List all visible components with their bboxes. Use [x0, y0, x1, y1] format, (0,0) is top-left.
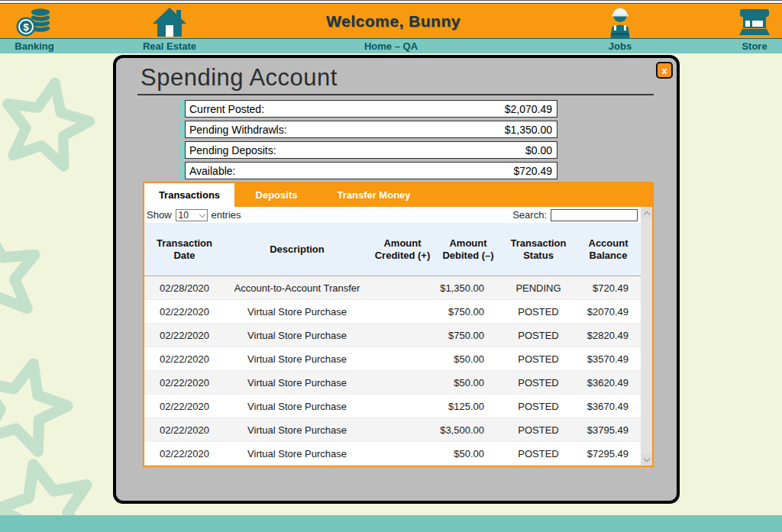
- cell-account-balance: $3670.49: [576, 395, 641, 418]
- cell-amount-credited: [370, 300, 435, 323]
- header-description: Description: [225, 223, 370, 276]
- table-header: Transaction Date Description Amount Cred…: [144, 223, 641, 276]
- nav-item-real-estate[interactable]: Real Estate: [143, 39, 196, 53]
- entries-select[interactable]: 10: [176, 209, 208, 221]
- transactions-panel: Transactions Deposits Transfer Money Sho…: [143, 182, 654, 467]
- show-label: Show: [147, 209, 172, 221]
- cell-amount-debited: $750.00: [435, 300, 501, 323]
- cell-transaction-date: 02/22/2020: [144, 395, 225, 418]
- top-nav-bar: $ Welcome, Bunny: [0, 3, 782, 39]
- summary-label: Pending Withdrawls:: [189, 124, 287, 136]
- summary-row-current-posted: Current Posted: $2,070.49: [179, 100, 557, 118]
- cell-amount-credited: [370, 324, 435, 347]
- cell-amount-credited: [370, 371, 435, 394]
- nav-item-jobs[interactable]: Jobs: [609, 39, 632, 53]
- storefront-icon: [737, 8, 772, 37]
- cell-account-balance: $3795.49: [576, 418, 641, 441]
- summary-accent: [179, 141, 185, 159]
- nav-item-store[interactable]: Store: [742, 39, 767, 53]
- cell-amount-debited: $50.00: [435, 371, 501, 394]
- table-row: 02/22/2020 Virtual Store Purchase $125.0…: [144, 395, 641, 418]
- summary-label: Pending Deposits:: [189, 144, 276, 156]
- nav-label-strip: Banking Real Estate Home – QA Jobs Store: [0, 39, 782, 53]
- table-row: 02/28/2020 Account-to-Account Transfer $…: [144, 276, 641, 300]
- cell-account-balance: $2070.49: [576, 300, 641, 323]
- cell-description: Virtual Store Purchase: [225, 300, 370, 323]
- chevron-down-icon: [199, 211, 205, 217]
- chevron-down-icon: [643, 455, 649, 461]
- chevron-up-icon: [643, 211, 649, 217]
- cell-transaction-status: POSTED: [501, 418, 576, 441]
- title-divider: [137, 94, 654, 95]
- cell-amount-credited: [370, 276, 435, 299]
- cell-transaction-date: 02/22/2020: [144, 418, 225, 441]
- cell-amount-debited: $750.00: [435, 324, 501, 347]
- spending-account-modal: Spending Account x Current Posted: $2,07…: [113, 55, 680, 504]
- cell-description: Virtual Store Purchase: [225, 371, 370, 394]
- summary-value: $2,070.49: [505, 103, 552, 115]
- cell-account-balance: $3620.49: [576, 371, 641, 394]
- summary-row-pending-withdrawls: Pending Withdrawls: $1,350.00: [179, 121, 557, 138]
- cell-amount-credited: [370, 395, 435, 418]
- cell-transaction-status: POSTED: [501, 300, 576, 323]
- jobs-nav-button[interactable]: [605, 6, 635, 43]
- banking-nav-button[interactable]: $: [15, 7, 55, 40]
- table-row: 02/22/2020 Virtual Store Purchase $50.00…: [144, 347, 641, 371]
- account-summary: Current Posted: $2,070.49 Pending Withdr…: [179, 100, 557, 182]
- cell-transaction-status: POSTED: [501, 442, 576, 465]
- close-button[interactable]: x: [656, 62, 673, 79]
- tab-transactions[interactable]: Transactions: [144, 183, 234, 207]
- tab-bar: Transactions Deposits Transfer Money: [144, 183, 652, 207]
- cell-transaction-date: 02/22/2020: [144, 347, 225, 370]
- cell-transaction-status: POSTED: [501, 347, 576, 370]
- svg-text:$: $: [23, 21, 29, 33]
- table-row: 02/22/2020 Virtual Store Purchase $3,500…: [144, 418, 641, 442]
- scroll-up-button[interactable]: [641, 207, 652, 219]
- cell-account-balance: $3570.49: [576, 347, 641, 370]
- cell-amount-debited: $50.00: [435, 442, 501, 465]
- summary-value: $0.00: [525, 144, 552, 156]
- store-nav-button[interactable]: [737, 8, 772, 40]
- cell-transaction-status: POSTED: [501, 324, 576, 347]
- cell-transaction-date: 02/22/2020: [144, 371, 225, 394]
- tab-transfer-money[interactable]: Transfer Money: [318, 183, 429, 207]
- nav-item-banking[interactable]: Banking: [15, 39, 53, 53]
- summary-label: Available:: [189, 165, 235, 177]
- search-label: Search:: [512, 209, 547, 221]
- cell-transaction-status: POSTED: [501, 395, 576, 418]
- page: $ Welcome, Bunny: [0, 0, 782, 532]
- scroll-down-button[interactable]: [641, 453, 652, 466]
- cell-transaction-date: 02/22/2020: [144, 324, 225, 347]
- nav-item-home-qa[interactable]: Home – QA: [364, 39, 418, 53]
- summary-row-pending-deposits: Pending Deposits: $0.00: [179, 141, 557, 159]
- cell-transaction-date: 02/28/2020: [144, 276, 225, 299]
- summary-accent: [179, 121, 185, 138]
- tab-deposits[interactable]: Deposits: [234, 183, 318, 207]
- footer-bar: [0, 515, 782, 532]
- cell-account-balance: $7295.49: [576, 442, 641, 465]
- cell-transaction-date: 02/22/2020: [144, 300, 225, 323]
- cell-amount-debited: $50.00: [435, 347, 501, 370]
- cell-description: Virtual Store Purchase: [225, 395, 370, 418]
- header-transaction-status: Transaction Status: [501, 223, 576, 276]
- cell-description: Virtual Store Purchase: [225, 347, 370, 370]
- search-input[interactable]: [551, 209, 638, 221]
- house-icon: [153, 8, 186, 38]
- table-controls: Show 10 entries Search:: [144, 207, 641, 223]
- table-scrollbar[interactable]: [641, 207, 652, 466]
- cell-description: Virtual Store Purchase: [225, 418, 370, 441]
- cell-amount-debited: $1,350.00: [435, 276, 501, 299]
- summary-value: $720.49: [513, 165, 552, 177]
- cell-amount-credited: [370, 347, 435, 370]
- coins-icon: $: [15, 7, 55, 37]
- cell-amount-debited: $125.00: [435, 395, 501, 418]
- welcome-text: Welcome, Bunny: [326, 12, 460, 31]
- table-row: 02/22/2020 Virtual Store Purchase $750.0…: [144, 324, 641, 347]
- summary-accent: [179, 100, 185, 118]
- cell-transaction-date: 02/22/2020: [144, 442, 225, 465]
- cell-description: Account-to-Account Transfer: [225, 276, 370, 299]
- star-icon: [0, 353, 76, 456]
- real-estate-nav-button[interactable]: [153, 8, 186, 41]
- cell-account-balance: $720.49: [576, 276, 641, 299]
- summary-value: $1,350.00: [505, 124, 552, 136]
